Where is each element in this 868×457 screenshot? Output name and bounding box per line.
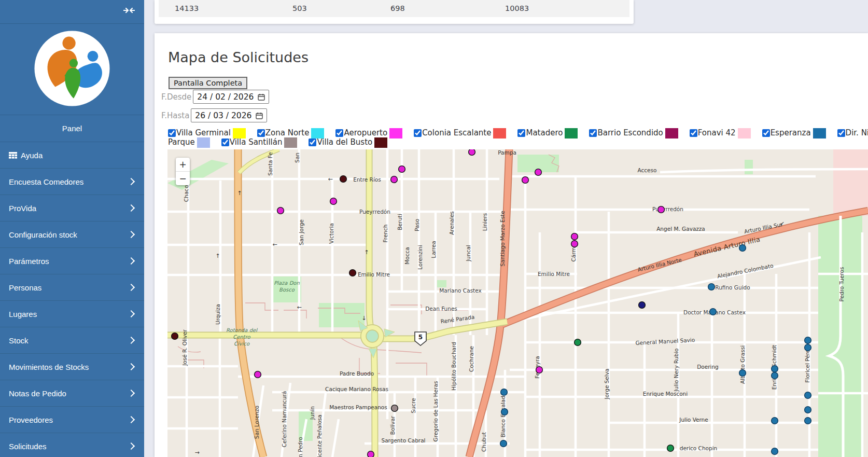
map-marker[interactable]	[391, 405, 398, 412]
street-label: Julio Nery Rubio	[673, 348, 679, 392]
map-marker[interactable]	[536, 367, 543, 373]
street-label: Cívico	[234, 341, 250, 347]
map-marker[interactable]	[277, 207, 284, 214]
table-icon	[9, 152, 17, 159]
street-label: Floricel Pérez	[804, 347, 810, 383]
street-label: Julio Verne	[679, 417, 708, 423]
calendar-icon[interactable]	[258, 93, 265, 101]
solicitudes-map[interactable]: + −	[167, 149, 868, 457]
map-marker[interactable]	[739, 245, 746, 252]
street-label: Emilio Mitre	[358, 271, 390, 278]
street-label: n Pedro	[297, 437, 303, 457]
sidebar-item-solicitudes[interactable]: Solicitudes	[0, 433, 144, 457]
svg-text:5: 5	[418, 334, 423, 341]
map-marker[interactable]	[535, 169, 542, 176]
sidebar-item-encuesta-comedores[interactable]: Encuesta Comedores	[0, 169, 144, 195]
sidebar-item-configuraci-n-stock[interactable]: Configuración stock	[0, 221, 144, 248]
date-from-label: F.Desde	[161, 92, 191, 102]
street-label: Bolívar	[389, 416, 396, 435]
stats-row: 1413350369810083	[159, 0, 629, 17]
zoom-out-button[interactable]: −	[176, 172, 190, 185]
map-marker[interactable]	[739, 370, 746, 377]
map-canvas[interactable]: 5 PampaAccesoEntre RíosPueyrredónPueyrre…	[167, 149, 868, 457]
map-marker[interactable]	[639, 302, 646, 309]
map-marker[interactable]	[469, 149, 475, 155]
sidebar-item-proveedores[interactable]: Proveedores	[0, 407, 144, 433]
sidebar-item-ayuda[interactable]: Ayuda	[0, 142, 144, 169]
map-marker[interactable]	[772, 448, 778, 455]
sidebar-item-movimientos-de-stocks[interactable]: Movimientos de Stocks	[0, 354, 144, 380]
legend-checkbox[interactable]	[257, 129, 265, 137]
map-marker[interactable]	[571, 241, 578, 247]
sidebar-item-par-metros[interactable]: Parámetros	[0, 248, 144, 274]
legend-checkbox[interactable]	[517, 129, 525, 137]
street-label: Sargento Cabral	[382, 437, 426, 444]
map-marker[interactable]	[391, 176, 398, 183]
street-label: José R. Oliver	[181, 329, 188, 366]
map-marker[interactable]	[772, 418, 778, 424]
map-marker[interactable]	[349, 270, 356, 276]
sidebar-item-label: Solicitudes	[9, 442, 124, 451]
map-marker[interactable]	[667, 445, 674, 452]
map-marker[interactable]	[805, 407, 811, 413]
map-marker[interactable]	[772, 366, 778, 372]
sidebar-collapse-icon[interactable]	[123, 6, 135, 17]
zoom-in-button[interactable]: +	[176, 158, 190, 172]
map-marker[interactable]	[571, 233, 578, 240]
map-marker[interactable]	[805, 392, 811, 399]
fullscreen-button[interactable]: Pantalla Completa	[169, 77, 247, 89]
map-marker[interactable]	[710, 309, 717, 315]
map-marker[interactable]	[708, 284, 715, 290]
map-marker[interactable]	[368, 451, 374, 457]
map-marker[interactable]	[340, 176, 347, 183]
oneway-arrow: ↙	[779, 220, 784, 227]
street-label: Beruti	[397, 214, 403, 230]
map-marker[interactable]	[501, 389, 508, 396]
street-label: Angel M. Gavazza	[656, 226, 705, 232]
date-from-input[interactable]: 24 / 02 / 2026	[193, 90, 269, 104]
legend-checkbox[interactable]	[168, 129, 176, 137]
map-marker[interactable]	[501, 409, 508, 416]
legend-checkbox[interactable]	[762, 129, 770, 137]
sidebar-item-lugares[interactable]: Lugares	[0, 301, 144, 327]
map-marker[interactable]	[805, 344, 811, 351]
map-marker[interactable]	[255, 371, 261, 378]
map-marker[interactable]	[805, 418, 811, 424]
legend-checkbox[interactable]	[837, 129, 845, 137]
date-to-input[interactable]: 26 / 03 / 2026	[191, 108, 267, 122]
sidebar: Panel AyudaEncuesta ComedoresProVidaConf…	[0, 0, 144, 457]
legend-checkbox[interactable]	[414, 129, 422, 137]
street-label: Rufino Guido	[715, 284, 750, 290]
legend-checkbox[interactable]	[309, 139, 316, 146]
street-label: French	[382, 225, 388, 243]
stat-value: 503	[292, 4, 307, 12]
date-to-label: F.Hasta	[161, 111, 189, 120]
sidebar-item-provida[interactable]: ProVida	[0, 195, 144, 221]
legend-checkbox[interactable]	[690, 129, 697, 137]
map-marker[interactable]	[330, 198, 337, 205]
stat-value: 10083	[505, 4, 529, 12]
legend-checkbox[interactable]	[335, 129, 343, 137]
street-label: Acceso	[638, 167, 657, 173]
map-marker[interactable]	[172, 333, 178, 340]
map-marker[interactable]	[522, 177, 529, 184]
map-marker[interactable]	[575, 339, 581, 346]
map-marker[interactable]	[772, 372, 778, 379]
map-marker[interactable]	[658, 206, 665, 213]
calendar-icon[interactable]	[256, 112, 263, 119]
map-marker[interactable]	[399, 166, 405, 173]
street-label: Pueyrredón	[359, 209, 390, 215]
street-label: Pampa	[498, 149, 516, 156]
legend-checkbox[interactable]	[221, 139, 229, 146]
sidebar-item-notas-de-pedido[interactable]: Notas de Pedido	[0, 380, 144, 407]
map-marker[interactable]	[500, 440, 507, 447]
sidebar-item-label: Personas	[9, 283, 124, 292]
sidebar-item-label: Encuesta Comedores	[9, 177, 124, 186]
sidebar-item-stock[interactable]: Stock	[0, 327, 144, 354]
chevron-right-icon	[128, 416, 135, 423]
map-marker[interactable]	[805, 337, 811, 344]
street-label: San Jorge	[298, 219, 304, 245]
sidebar-item-personas[interactable]: Personas	[0, 274, 144, 301]
legend-checkbox[interactable]	[589, 129, 597, 137]
street-label: San	[294, 153, 300, 163]
